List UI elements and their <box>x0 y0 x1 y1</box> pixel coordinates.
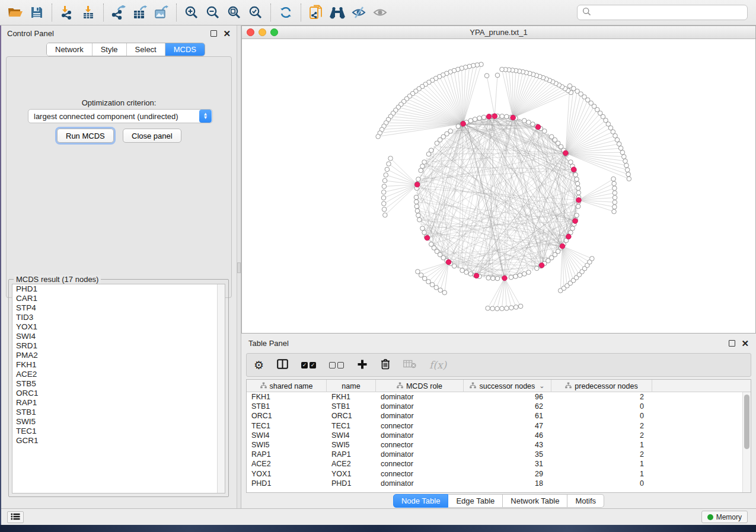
table-row[interactable]: YOX1YOX1connector291 <box>247 469 742 479</box>
graph-node[interactable] <box>617 142 621 146</box>
graph-node[interactable] <box>612 209 617 214</box>
graph-hub-node[interactable] <box>414 182 420 187</box>
mcds-result-item[interactable]: FKH1 <box>12 360 225 370</box>
table-row[interactable]: PHD1PHD1dominator180 <box>247 479 742 488</box>
graph-node[interactable] <box>414 195 419 200</box>
table-scrollbar-thumb[interactable] <box>744 395 749 449</box>
graph-hub-node[interactable] <box>535 124 541 130</box>
run-mcds-button[interactable]: Run MCDS <box>57 129 114 143</box>
table-row[interactable]: RAP1RAP1dominator352 <box>247 450 742 459</box>
graph-node[interactable] <box>569 160 573 165</box>
graph-node[interactable] <box>531 122 535 127</box>
graph-node[interactable] <box>430 283 435 287</box>
graph-hub-node[interactable] <box>560 243 565 249</box>
graph-node[interactable] <box>575 213 579 218</box>
graph-node[interactable] <box>422 230 427 235</box>
zoom-out-button[interactable] <box>202 2 224 23</box>
table-scrollbar[interactable] <box>742 392 751 492</box>
graph-node[interactable] <box>522 118 527 123</box>
graph-hub-node[interactable] <box>474 273 479 278</box>
criterion-dropdown[interactable]: largest connected component (undirected)… <box>28 109 213 123</box>
graph-node[interactable] <box>442 290 447 295</box>
graph-node[interactable] <box>422 276 427 281</box>
mcds-result-item[interactable]: PMA2 <box>12 351 225 360</box>
graph-node[interactable] <box>484 73 489 78</box>
graph-node[interactable] <box>495 306 500 311</box>
graph-hub-node[interactable] <box>446 259 451 265</box>
clone-network-button[interactable] <box>305 2 327 23</box>
graph-node[interactable] <box>509 306 514 310</box>
mcds-result-item[interactable]: STB5 <box>12 379 225 389</box>
vertical-splitter[interactable] <box>237 25 241 508</box>
graph-node[interactable] <box>388 156 393 161</box>
graph-node[interactable] <box>527 270 531 275</box>
export-table-button[interactable] <box>129 2 151 23</box>
graph-hub-node[interactable] <box>576 197 582 203</box>
mcds-result-item[interactable]: STP4 <box>12 303 225 313</box>
table-row[interactable]: TEC1TEC1connector472 <box>247 421 742 431</box>
mcds-result-item[interactable]: ACE2 <box>12 370 225 379</box>
graph-node[interactable] <box>420 226 425 231</box>
graph-node[interactable] <box>509 275 513 280</box>
graph-node[interactable] <box>419 168 423 173</box>
graph-node[interactable] <box>417 217 422 222</box>
graph-node[interactable] <box>513 305 518 310</box>
graph-node[interactable] <box>438 288 443 293</box>
table-row[interactable]: ACE2ACE2connector311 <box>247 459 742 469</box>
tab-network-table[interactable]: Network Table <box>503 494 567 508</box>
graph-node[interactable] <box>435 141 439 146</box>
tab-select[interactable]: Select <box>126 43 165 56</box>
graph-node[interactable] <box>500 114 505 118</box>
graph-node[interactable] <box>414 200 419 204</box>
graph-node[interactable] <box>522 272 527 277</box>
graph-hub-node[interactable] <box>566 234 572 239</box>
zoom-fit-button[interactable] <box>224 2 245 23</box>
graph-hub-node[interactable] <box>461 121 466 127</box>
graph-node[interactable] <box>500 67 505 72</box>
graph-node[interactable] <box>414 204 419 209</box>
graph-node[interactable] <box>613 191 617 196</box>
export-network-button[interactable] <box>108 2 129 23</box>
tab-style[interactable]: Style <box>92 43 126 56</box>
graph-node[interactable] <box>491 276 496 281</box>
save-session-button[interactable] <box>26 2 47 23</box>
mcds-result-item[interactable]: SRD1 <box>12 341 225 351</box>
close-window-icon[interactable] <box>247 28 254 36</box>
graph-node[interactable] <box>416 213 421 218</box>
graph-node[interactable] <box>576 204 580 209</box>
graph-node[interactable] <box>385 167 390 172</box>
graph-node[interactable] <box>500 306 505 311</box>
mcds-result-item[interactable]: ORC1 <box>12 389 225 398</box>
graph-node[interactable] <box>426 280 431 284</box>
delete-table-button[interactable] <box>403 360 416 370</box>
graph-node[interactable] <box>527 120 531 125</box>
graph-node[interactable] <box>387 162 391 166</box>
mcds-result-item[interactable]: TEC1 <box>12 427 225 436</box>
minimize-window-icon[interactable] <box>259 28 266 36</box>
graph-node[interactable] <box>383 213 388 217</box>
graph-hub-node[interactable] <box>571 167 576 172</box>
graph-node[interactable] <box>473 117 477 122</box>
graph-node[interactable] <box>486 275 491 280</box>
graph-node[interactable] <box>613 200 617 205</box>
graph-node[interactable] <box>625 168 630 172</box>
column-header-name[interactable]: name <box>327 380 376 392</box>
graph-node[interactable] <box>426 152 431 156</box>
network-canvas[interactable] <box>242 39 755 333</box>
zoom-selected-button[interactable] <box>245 2 266 23</box>
tab-mcds[interactable]: MCDS <box>165 43 205 56</box>
graph-hub-node[interactable] <box>502 275 508 281</box>
graph-node[interactable] <box>419 273 423 278</box>
import-network-button[interactable] <box>56 2 78 23</box>
graph-node[interactable] <box>613 204 617 209</box>
mcds-list-scrollbar[interactable] <box>217 284 225 493</box>
graph-node[interactable] <box>626 172 631 177</box>
refresh-view-button[interactable] <box>275 2 296 23</box>
graph-node[interactable] <box>611 177 616 181</box>
graph-node[interactable] <box>382 184 387 189</box>
graph-node[interactable] <box>495 276 500 281</box>
graph-node[interactable] <box>567 84 572 88</box>
graph-node[interactable] <box>481 115 486 120</box>
close-panel-icon[interactable]: ✕ <box>223 30 231 37</box>
select-all-button[interactable]: ✓✓ <box>301 362 316 368</box>
